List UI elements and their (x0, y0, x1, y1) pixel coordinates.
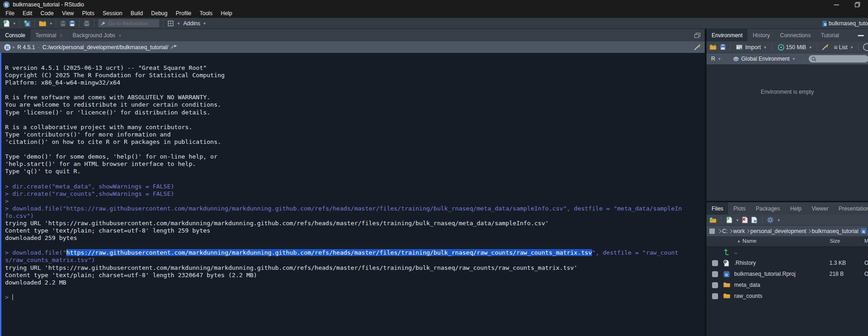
workspace-panes-button[interactable] (167, 19, 174, 28)
memory-usage-dropdown[interactable]: 150 MiB ▾ (776, 44, 813, 51)
environment-scope-dropdown[interactable]: Global Environment ▾ (731, 56, 796, 62)
select-all-files-checkbox[interactable] (709, 228, 715, 234)
file-row[interactable]: Rbulkrnaseq_tutorial.Rproj218 BO (707, 269, 868, 280)
breadcrumb-segment[interactable]: work (733, 228, 745, 234)
more-file-commands-button[interactable] (767, 216, 774, 225)
tab-files[interactable]: Files (707, 202, 728, 215)
tab-environment[interactable]: Environment (707, 29, 747, 41)
tab-terminal[interactable]: Terminal× (30, 29, 68, 41)
file-checkbox[interactable] (712, 282, 718, 288)
rproject-breadcrumb-icon[interactable]: R (860, 227, 867, 236)
list-view-dropdown[interactable]: ≡ List ▾ (833, 44, 854, 51)
tab-connections[interactable]: Connections (775, 29, 816, 41)
maximize-pane-button[interactable] (694, 29, 705, 41)
sort-ascending-icon[interactable]: ▲ (737, 239, 741, 243)
tab-tutorial[interactable]: Tutorial (816, 29, 844, 41)
file-name[interactable]: raw_counts (734, 293, 762, 299)
more-file-commands-dropdown-icon[interactable]: ▾ (778, 218, 780, 222)
menu-session[interactable]: Session (98, 9, 126, 18)
new-file-button[interactable] (3, 19, 10, 28)
file-name[interactable]: meta_data (734, 282, 760, 288)
open-file-button[interactable] (39, 19, 46, 28)
tab-presentation[interactable]: Presentation (834, 202, 868, 215)
menu-build[interactable]: Build (126, 9, 147, 18)
project-menu-button[interactable]: R bulkrnaseq_tuto (819, 18, 868, 29)
file-name[interactable]: bulkrnaseq_tutorial.Rproj (734, 271, 795, 277)
tab-history[interactable]: History (747, 29, 775, 41)
environment-search[interactable] (809, 55, 868, 63)
new-blank-file-dropdown-icon[interactable]: ▾ (736, 218, 739, 222)
checkbox-icon[interactable] (712, 282, 718, 288)
refresh-environment-icon[interactable] (863, 43, 868, 51)
tab-background-jobs[interactable]: Background Jobs× (68, 29, 126, 41)
open-file-dropdown-icon[interactable]: ▾ (50, 21, 52, 26)
copy-file-button[interactable] (751, 216, 758, 225)
save-workspace-button[interactable] (720, 43, 726, 52)
close-tab-icon[interactable]: × (119, 33, 121, 38)
menu-help[interactable]: Help (217, 9, 236, 18)
checkbox-icon[interactable] (712, 271, 718, 277)
file-name[interactable]: .Rhistory (734, 260, 756, 266)
restore-window-button[interactable] (847, 0, 868, 9)
column-header-name[interactable]: Name (742, 238, 757, 244)
print-button[interactable] (83, 19, 90, 28)
import-dataset-dropdown[interactable]: Import ▾ (735, 44, 768, 51)
file-row[interactable]: meta_data (707, 280, 868, 291)
chevron-right-icon (718, 229, 721, 233)
file-checkbox[interactable] (712, 271, 718, 277)
svg-text:R: R (862, 229, 865, 234)
menu-profile[interactable]: Profile (172, 9, 195, 18)
menu-debug[interactable]: Debug (147, 9, 172, 18)
load-workspace-button[interactable] (709, 43, 717, 52)
minimize-pane-button[interactable] (858, 29, 868, 41)
column-header-modified[interactable]: Modified (864, 238, 868, 244)
file-row[interactable]: raw_counts (707, 291, 868, 302)
file-name[interactable]: .. (734, 249, 737, 255)
checkbox-icon[interactable] (712, 260, 718, 266)
new-folder-button[interactable] (709, 216, 717, 225)
file-checkbox[interactable] (712, 293, 718, 299)
goto-file-input[interactable] (109, 21, 155, 26)
file-checkbox[interactable] (712, 260, 718, 266)
breadcrumb-segment[interactable]: bulkrnaseq_tutorial (812, 228, 858, 234)
clear-console-button[interactable] (694, 43, 701, 52)
r-session-menu[interactable]: R ▾ (4, 43, 15, 52)
save-all-button[interactable] (69, 19, 75, 28)
tab-console[interactable]: Console (0, 29, 30, 41)
menu-file[interactable]: File (1, 9, 18, 18)
checkbox-icon[interactable] (712, 293, 718, 299)
environment-search-input[interactable] (818, 56, 857, 62)
delete-file-button[interactable] (742, 216, 748, 225)
console-output[interactable]: R version 4.5.1 (2025-06-13 ucrt) -- "Gr… (0, 53, 705, 336)
menu-tools[interactable]: Tools (195, 9, 217, 18)
tab-plots[interactable]: Plots (728, 202, 751, 215)
new-file-dropdown-icon[interactable]: ▾ (13, 21, 16, 26)
tab-label: Terminal (35, 32, 56, 39)
addins-dropdown[interactable]: Addins ▾ (182, 20, 207, 27)
breadcrumb-segment[interactable]: C: (722, 228, 728, 234)
save-button[interactable] (60, 19, 66, 28)
panes-dropdown-icon[interactable]: ▾ (178, 21, 180, 26)
column-header-size[interactable]: Size (830, 238, 840, 244)
minimize-window-button[interactable] (826, 0, 847, 9)
file-row[interactable]: .Rhistory1.3 KBO (707, 258, 868, 269)
menu-edit[interactable]: Edit (18, 9, 36, 18)
console-line (5, 116, 705, 124)
close-tab-icon[interactable]: × (59, 33, 62, 38)
menu-plots[interactable]: Plots (78, 9, 99, 18)
menu-code[interactable]: Code (36, 9, 58, 18)
tab-help[interactable]: Help (785, 202, 807, 215)
tab-viewer[interactable]: Viewer (806, 202, 833, 215)
tab-packages[interactable]: Packages (751, 202, 785, 215)
language-dropdown[interactable]: R ▾ (710, 56, 722, 62)
working-directory-label[interactable]: C:/work/personal_development/bulkrnaseq_… (42, 44, 168, 51)
file-row[interactable]: .. (707, 247, 868, 258)
goto-file-search[interactable] (98, 19, 160, 28)
menu-view[interactable]: View (58, 9, 78, 18)
clear-environment-button[interactable] (822, 43, 829, 52)
console-text: > (5, 198, 9, 205)
breadcrumb-segment[interactable]: personal_development (750, 228, 806, 234)
goto-directory-icon[interactable] (171, 43, 177, 52)
new-project-button[interactable]: R (23, 19, 31, 28)
new-blank-file-button[interactable] (726, 216, 732, 225)
